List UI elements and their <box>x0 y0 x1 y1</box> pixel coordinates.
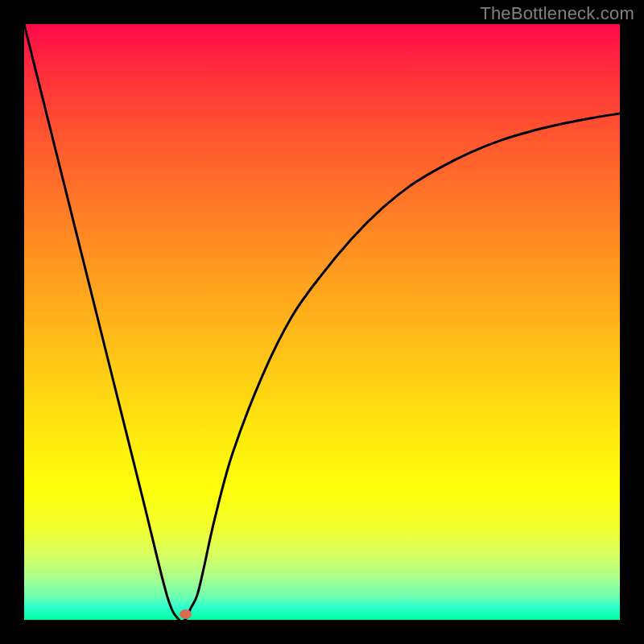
bottleneck-curve <box>24 24 620 620</box>
chart-frame: TheBottleneck.com <box>0 0 644 644</box>
minimum-marker <box>180 609 192 619</box>
plot-area <box>24 24 620 620</box>
watermark-text: TheBottleneck.com <box>480 3 634 24</box>
